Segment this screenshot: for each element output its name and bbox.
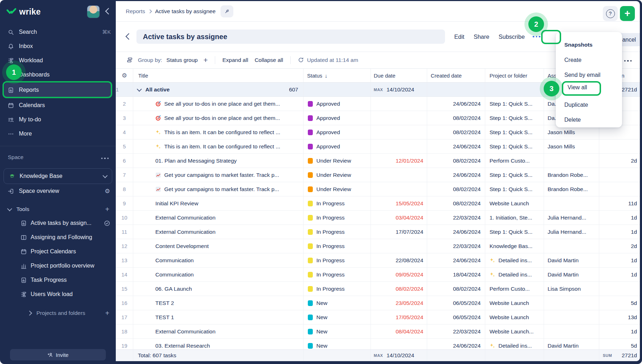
project-cell: Knowledge Bas... <box>485 239 544 253</box>
table-row[interactable]: 11External CommunicationIn Progress17/07… <box>116 225 640 239</box>
back-icon[interactable] <box>126 34 131 40</box>
breadcrumb-reports-link[interactable]: Reports <box>126 8 145 15</box>
column-header[interactable]: Project or folder <box>485 69 544 82</box>
sidebar-tool-active-tasks-by-assign[interactable]: Active tasks by assign... <box>0 216 116 230</box>
column-header[interactable]: Due date <box>371 69 427 82</box>
menu-item-duplicate[interactable]: Duplicate <box>556 97 622 112</box>
projects-folders-label: Projects and folders <box>36 310 85 316</box>
share-button[interactable]: Share <box>473 33 489 40</box>
table-row[interactable]: 18External CommunicationNew08/04/202422/… <box>116 325 640 339</box>
sidebar-item-workload[interactable]: Workload <box>0 53 116 68</box>
table-settings-gear-icon[interactable]: ⚙ <box>121 72 127 79</box>
created-date: 08/02/2024 <box>427 111 485 125</box>
pin-icon[interactable] <box>221 5 233 17</box>
menu-item-send-by-email[interactable]: Send by email <box>556 68 622 83</box>
due-date: 17/07/2024 <box>371 225 427 239</box>
table-row[interactable]: 12Content DevelopmentIn Progress22/03/20… <box>116 239 640 253</box>
menu-item-view-all[interactable]: View all <box>556 83 622 97</box>
task-title: TEST 1 <box>155 314 174 321</box>
status-label: In Progress <box>316 215 345 221</box>
task-title: Get your campaigns to market faster. Tra… <box>164 186 279 192</box>
sidebar-header: wrike <box>0 0 116 23</box>
add-tool-icon[interactable]: + <box>105 205 109 213</box>
project-cell: Step 1: Quick S... <box>485 111 544 125</box>
wrike-window: wrike Search⌘KInboxWorkloadDashboardsRep… <box>0 0 642 364</box>
add-grouping-icon[interactable]: + <box>203 56 208 64</box>
toolbar-more-icon[interactable] <box>623 57 633 63</box>
sidebar-item-inbox[interactable]: Inbox <box>0 39 116 53</box>
table-row[interactable]: 16TEST 2New23/05/202406/05/2024Website L… <box>116 296 640 310</box>
sidebar-item-more[interactable]: More <box>0 127 116 141</box>
status-label: New <box>316 343 327 349</box>
created-date: 08/02/2024 <box>427 196 485 210</box>
invite-button[interactable]: Invite <box>10 349 106 360</box>
space-selector[interactable]: Knowledge Base <box>4 168 112 184</box>
row-number: 17 <box>116 310 133 324</box>
more-actions-button[interactable] <box>528 30 545 43</box>
sidebar-tool-project-portfolio-overview[interactable]: Project portfolio overview <box>0 259 116 273</box>
sidebar-item-label: More <box>19 131 32 137</box>
table-row[interactable]: 13CommunicationIn Progress22/08/202424/0… <box>116 253 640 268</box>
row-number: 3 <box>116 111 133 125</box>
tool-label: Project Calendars <box>31 248 76 255</box>
sidebar-item-space-overview[interactable]: Space overview ⚙ <box>0 184 116 198</box>
group-title: All active <box>145 86 170 93</box>
status-cell: In Progress <box>303 268 371 281</box>
sidebar-item-calendars[interactable]: Calendars <box>0 98 116 112</box>
task-title: 01. Plan and Messaging Strategy <box>155 158 237 164</box>
sidebar-tool-assigning-and-following[interactable]: Assigning and Following <box>0 230 116 244</box>
edit-button[interactable]: Edit <box>454 33 464 40</box>
sidebar-item-dashboards[interactable]: Dashboards <box>0 68 116 82</box>
gear-icon[interactable]: ⚙ <box>105 188 110 195</box>
help-button[interactable]: ? <box>603 6 618 21</box>
add-project-icon[interactable]: + <box>105 309 109 317</box>
sidebar-item-search[interactable]: Search⌘K <box>0 25 116 39</box>
group-by-value[interactable]: Status group <box>166 57 198 63</box>
projects-section-header[interactable]: Projects and folders + <box>0 306 116 320</box>
sidebar-tool-users-work-load[interactable]: Users Work load <box>0 287 116 301</box>
table-row[interactable]: 4This is an item. It can be configured t… <box>116 125 640 139</box>
table-row[interactable]: 601. Plan and Messaging StrategyUnder Re… <box>116 154 640 168</box>
sidebar-tool-project-calendars[interactable]: Project Calendars <box>0 244 116 259</box>
sidebar-item-my-to-do[interactable]: My to-do <box>0 112 116 127</box>
column-header[interactable]: Status↓ <box>303 69 371 82</box>
column-header[interactable]: Title <box>133 69 303 82</box>
collapse-all-button[interactable]: Collapse all <box>255 57 283 63</box>
duration-value: 1d <box>599 325 640 338</box>
report-title-field[interactable]: Active tasks by assignee <box>136 30 445 44</box>
table-row[interactable]: 9Initial KPI ReviewIn Progress15/05/2024… <box>116 196 640 211</box>
project-cell: Website Launch <box>485 196 544 210</box>
subscribe-button[interactable]: Subscribe <box>498 33 524 40</box>
space-section-header: Space <box>0 151 116 164</box>
column-header[interactable]: Created date <box>427 69 485 82</box>
table-row[interactable]: 1506. GA LaunchIn Progress08/02/202408/0… <box>116 282 640 296</box>
menu-item-delete[interactable]: Delete <box>556 112 622 127</box>
table-row[interactable]: 14CommunicationIn Progress09/05/202418/0… <box>116 268 640 282</box>
collapse-group-icon[interactable] <box>137 86 142 91</box>
sidebar-item-reports[interactable]: Reports <box>0 82 116 98</box>
refresh-icon[interactable] <box>298 57 304 63</box>
project-cell: Website Launch <box>485 296 544 310</box>
sidebar-collapse-icon[interactable] <box>106 9 111 15</box>
menu-item-create[interactable]: Create <box>556 53 622 68</box>
table-row[interactable]: 7Get your campaigns to market faster. Tr… <box>116 168 640 182</box>
status-cell: New <box>303 325 371 338</box>
status-swatch <box>308 286 313 292</box>
status-swatch <box>308 300 313 306</box>
dashboard-icon <box>8 72 14 78</box>
task-title: This is an item. It can be configured to… <box>164 129 280 136</box>
table-row[interactable]: 17TEST 1New17/05/202406/05/2024Website L… <box>116 310 640 325</box>
expand-all-button[interactable]: Expand all <box>222 57 248 63</box>
table-row[interactable]: 8Get your campaigns to market faster. Tr… <box>116 182 640 196</box>
table-row[interactable]: 5This is an item. It can be configured t… <box>116 139 640 154</box>
space-more-icon[interactable] <box>100 154 110 160</box>
sidebar-tool-task-progress[interactable]: Task Progress <box>0 273 116 287</box>
chartup-icon <box>155 186 161 192</box>
project-cell: Step 1: Quick S... <box>485 125 544 139</box>
create-new-button[interactable]: + <box>620 6 635 21</box>
chevron-down-icon <box>103 173 108 178</box>
table-row[interactable]: 10External CommunicationIn Progress03/04… <box>116 211 640 225</box>
tools-section-header[interactable]: Tools + <box>0 202 116 216</box>
avatar[interactable] <box>87 5 100 18</box>
due-date <box>371 168 427 182</box>
